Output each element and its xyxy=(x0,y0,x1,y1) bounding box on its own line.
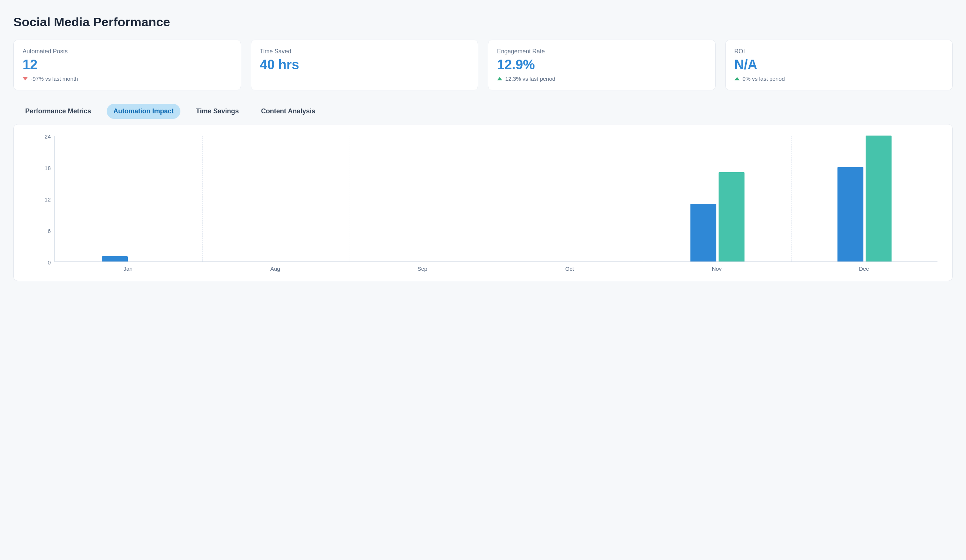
tabs: Performance Metrics Automation Impact Ti… xyxy=(13,104,953,119)
chart-y-tick: 0 xyxy=(39,259,51,266)
chart-bar xyxy=(838,167,863,261)
chart-gridline xyxy=(202,136,203,261)
kpi-card-automated-posts: Automated Posts 12 -97% vs last month xyxy=(13,39,241,90)
kpi-delta: 0% vs last period xyxy=(734,76,944,82)
kpi-value: N/A xyxy=(734,57,944,72)
kpi-label: Automated Posts xyxy=(23,48,232,55)
kpi-delta: 12.3% vs last period xyxy=(497,76,706,82)
chart-gridline xyxy=(497,136,497,261)
chart-x-tick: Aug xyxy=(270,266,280,272)
chart-bar xyxy=(719,172,744,261)
kpi-card-time-saved: Time Saved 40 hrs xyxy=(251,39,478,90)
kpi-value: 12 xyxy=(23,57,232,72)
chart-x-tick: Jan xyxy=(124,266,133,272)
kpi-delta-text: 12.3% vs last period xyxy=(505,76,555,82)
tab-time-savings[interactable]: Time Savings xyxy=(189,104,246,119)
kpi-label: Engagement Rate xyxy=(497,48,706,55)
kpi-value: 12.9% xyxy=(497,57,706,72)
kpi-card-engagement-rate: Engagement Rate 12.9% 12.3% vs last peri… xyxy=(488,39,716,90)
kpi-label: Time Saved xyxy=(260,48,469,55)
automation-impact-chart: 06121824JanAugSepOctNovDec xyxy=(25,133,941,273)
chart-y-tick: 24 xyxy=(39,133,51,140)
kpi-card-roi: ROI N/A 0% vs last period xyxy=(725,39,953,90)
kpi-delta-text: -97% vs last month xyxy=(31,76,78,82)
chart-y-tick: 6 xyxy=(39,228,51,234)
kpi-delta-text: 0% vs last period xyxy=(743,76,785,82)
chart-gridline xyxy=(644,136,644,261)
chart-y-tick: 18 xyxy=(39,165,51,171)
chart-x-tick: Nov xyxy=(712,266,722,272)
tab-automation-impact[interactable]: Automation Impact xyxy=(107,104,181,119)
chart-bar xyxy=(102,256,128,261)
kpi-row: Automated Posts 12 -97% vs last month Ti… xyxy=(13,39,953,90)
trend-down-icon xyxy=(23,77,28,80)
trend-up-icon xyxy=(734,77,740,80)
page-title: Social Media Performance xyxy=(13,15,953,29)
chart-bar xyxy=(866,136,892,261)
chart-bar xyxy=(690,204,716,261)
kpi-label: ROI xyxy=(734,48,944,55)
chart-y-tick: 12 xyxy=(39,196,51,203)
kpi-delta: -97% vs last month xyxy=(23,76,232,82)
chart-gridline xyxy=(350,136,350,261)
kpi-value: 40 hrs xyxy=(260,57,469,72)
tab-performance-metrics[interactable]: Performance Metrics xyxy=(18,104,98,119)
chart-card: 06121824JanAugSepOctNovDec xyxy=(13,124,953,281)
chart-x-tick: Oct xyxy=(565,266,574,272)
chart-x-tick: Sep xyxy=(417,266,427,272)
tab-content-analysis[interactable]: Content Analysis xyxy=(255,104,322,119)
chart-gridline xyxy=(791,136,792,261)
chart-x-tick: Dec xyxy=(859,266,869,272)
trend-up-icon xyxy=(497,77,502,80)
